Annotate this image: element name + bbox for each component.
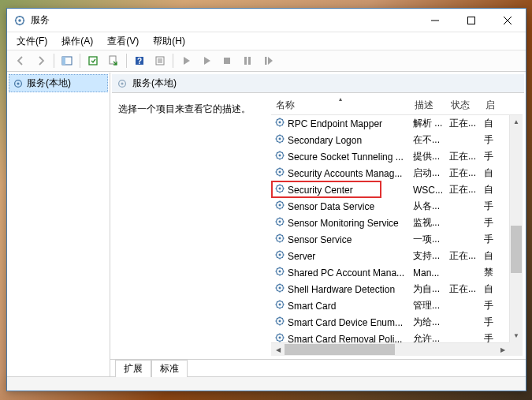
gear-icon — [274, 233, 285, 246]
scroll-up-arrow[interactable]: ▲ — [510, 115, 523, 129]
service-name-cell: Sensor Monitoring Service — [271, 216, 410, 230]
service-startup-cell: 手 — [481, 150, 498, 163]
service-name: Server — [288, 251, 315, 262]
service-startup-cell: 自 — [481, 282, 498, 296]
service-row[interactable]: Smart Card管理...手 — [271, 297, 523, 314]
pause-service-button[interactable] — [238, 52, 257, 69]
menu-file[interactable]: 文件(F) — [10, 33, 54, 50]
service-status-cell: 正在... — [446, 249, 481, 263]
service-startup-cell: 手 — [481, 299, 498, 312]
properties-button[interactable] — [151, 52, 169, 69]
service-row[interactable]: Secondary Logon在不...手 — [271, 132, 523, 148]
svg-point-26 — [279, 155, 281, 157]
service-name-cell: Sensor Data Service — [271, 200, 410, 213]
start-service-button[interactable] — [177, 52, 195, 69]
service-startup-cell: 手 — [481, 216, 498, 230]
column-startup[interactable]: 启 — [481, 96, 498, 114]
show-hide-tree-button[interactable] — [58, 52, 76, 69]
export-list-button[interactable] — [104, 52, 123, 69]
service-row[interactable]: Shared PC Account Mana...Man...禁 — [271, 264, 523, 281]
rows-container[interactable]: RPC Endpoint Mapper解析 ...正在...自Secondary… — [271, 115, 523, 356]
column-status[interactable]: 状态 — [446, 96, 481, 114]
svg-point-22 — [279, 121, 281, 124]
service-name-cell: Shell Hardware Detection — [271, 282, 410, 296]
service-desc-cell: 为给... — [410, 316, 446, 329]
close-button[interactable] — [489, 9, 526, 32]
sort-ascending-icon: ▴ — [339, 95, 342, 103]
svg-rect-13 — [224, 58, 230, 64]
pane-header: 服务(本地) — [112, 74, 524, 93]
play-button[interactable] — [197, 52, 216, 69]
svg-point-20 — [121, 82, 123, 84]
menu-view[interactable]: 查看(V) — [101, 33, 145, 50]
tab-extended[interactable]: 扩展 — [115, 360, 151, 377]
tab-standard[interactable]: 标准 — [151, 360, 188, 377]
service-name: Security Accounts Manag... — [288, 168, 402, 179]
description-pane: 选择一个项目来查看它的描述。 — [113, 96, 271, 356]
back-button[interactable] — [11, 52, 30, 69]
service-desc-cell: 支持... — [410, 249, 446, 263]
menu-help[interactable]: 帮助(H) — [147, 33, 192, 50]
svg-rect-14 — [244, 57, 247, 65]
stop-service-button[interactable] — [218, 52, 236, 69]
minimize-button[interactable] — [417, 9, 453, 32]
svg-point-32 — [279, 204, 281, 207]
vertical-scrollbar[interactable]: ▲ ▼ — [509, 115, 523, 342]
scroll-left-arrow[interactable]: ◀ — [271, 343, 285, 356]
restart-service-button[interactable] — [259, 52, 277, 69]
service-row[interactable]: Server支持...正在...自 — [271, 248, 523, 264]
tree-root-item[interactable]: 服务(本地) — [9, 74, 108, 92]
tree-pane[interactable]: 服务(本地) — [7, 73, 110, 376]
help-button[interactable]: ? — [130, 52, 149, 69]
service-row[interactable]: Secure Socket Tunneling ...提供...正在...手 — [271, 148, 523, 165]
gear-icon — [274, 266, 285, 279]
service-startup-cell: 手 — [481, 233, 498, 246]
gear-icon — [117, 78, 128, 89]
refresh-button[interactable] — [84, 52, 102, 69]
scroll-right-arrow[interactable]: ▶ — [496, 343, 509, 356]
service-row[interactable]: Sensor Service一项...手 — [271, 231, 523, 248]
titlebar[interactable]: 服务 — [7, 9, 526, 32]
service-desc-cell: 提供... — [410, 150, 446, 163]
menu-action[interactable]: 操作(A) — [55, 33, 99, 50]
service-name: Sensor Service — [288, 234, 352, 245]
maximize-button[interactable] — [453, 9, 489, 32]
horizontal-scrollbar[interactable]: ◀ ▶ — [271, 342, 509, 356]
scroll-thumb[interactable] — [511, 226, 522, 273]
service-row[interactable]: Shell Hardware Detection为自...正在...自 — [271, 281, 523, 297]
scroll-thumb[interactable] — [285, 344, 395, 355]
service-name: Secondary Logon — [288, 135, 362, 146]
separator — [80, 54, 80, 68]
service-name-cell: Sensor Service — [271, 233, 410, 246]
service-name-cell: Smart Card — [271, 299, 410, 312]
gear-icon — [274, 200, 285, 213]
window-title: 服务 — [31, 13, 417, 27]
service-row[interactable]: Sensor Monitoring Service监视...手 — [271, 215, 523, 231]
service-row[interactable]: Smart Card Device Enum...为给...手 — [271, 314, 523, 331]
service-row[interactable]: Security CenterWSC...正在...自 — [271, 181, 523, 198]
service-name: Smart Card — [288, 301, 336, 312]
service-row[interactable]: RPC Endpoint Mapper解析 ...正在...自 — [271, 115, 523, 132]
gear-icon — [274, 166, 285, 180]
service-row[interactable]: Sensor Data Service从各...手 — [271, 198, 523, 215]
gear-icon — [274, 216, 285, 230]
forward-button[interactable] — [32, 52, 50, 69]
service-name: Security Center — [288, 185, 353, 196]
view-tabs: 扩展 标准 — [110, 359, 526, 376]
column-description[interactable]: 描述 — [410, 96, 446, 114]
service-row[interactable]: Security Accounts Manag...启动...正在...自 — [271, 165, 523, 181]
svg-text:?: ? — [137, 57, 142, 65]
service-name-cell: RPC Endpoint Mapper — [271, 117, 410, 130]
service-name-cell: Secure Socket Tunneling ... — [271, 150, 410, 163]
service-name: Sensor Monitoring Service — [288, 218, 399, 229]
scroll-down-arrow[interactable]: ▼ — [510, 329, 523, 342]
service-status-cell: 正在... — [446, 183, 481, 196]
description-text: 选择一个项目来查看它的描述。 — [118, 103, 251, 114]
svg-rect-2 — [468, 17, 475, 24]
service-name: Shared PC Account Mana... — [288, 267, 404, 279]
services-window: 服务 文件(F) 操作(A) 查看(V) 帮助(H) — [6, 8, 526, 391]
toolbar: ? — [7, 50, 526, 72]
column-name[interactable]: 名称 ▴ — [271, 96, 410, 114]
service-name-cell: Server — [271, 249, 410, 263]
service-status-cell: 正在... — [446, 282, 481, 296]
